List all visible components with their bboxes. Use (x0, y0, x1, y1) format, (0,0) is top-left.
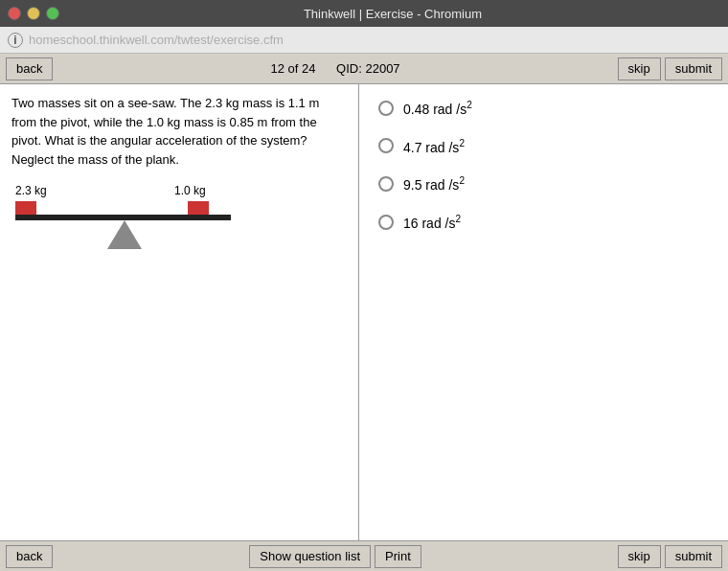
mass-left-label: 2.3 kg (15, 184, 47, 197)
back-button-top[interactable]: back (6, 57, 53, 80)
qid-text: QID: 22007 (336, 61, 400, 76)
question-text: Two masses sit on a see-saw. The 2.3 kg … (11, 94, 347, 169)
window-title: Thinkwell | Exercise - Chromium (65, 7, 720, 21)
info-icon: i (8, 33, 23, 48)
seesaw-diagram: 2.3 kg 1.0 kg (11, 184, 337, 270)
toolbar: back 12 of 24 QID: 22007 skip submit (0, 54, 728, 84)
answer-option-2[interactable]: 4.7 rad /s2 (378, 138, 709, 155)
left-panel: Two masses sit on a see-saw. The 2.3 kg … (0, 84, 359, 540)
url-path: /twtest/exercise.cfm (174, 33, 284, 47)
answer-text-4: 16 rad /s2 (403, 214, 461, 231)
bottombar: back Show question list Print skip submi… (0, 540, 728, 571)
radio-3[interactable] (378, 176, 394, 192)
addressbar: i homeschool.thinkwell.com/twtest/exerci… (0, 27, 728, 54)
bottombar-right: skip submit (618, 545, 722, 568)
skip-button-bottom[interactable]: skip (618, 545, 661, 568)
answer-option-3[interactable]: 9.5 rad /s2 (378, 175, 709, 193)
mass-right-label: 1.0 kg (174, 184, 206, 197)
print-button[interactable]: Print (375, 545, 421, 568)
progress-info: 12 of 24 QID: 22007 (58, 61, 611, 76)
bottombar-center: Show question list Print (58, 545, 611, 568)
maximize-button[interactable] (46, 7, 59, 20)
progress-text: 12 of 24 (270, 61, 315, 76)
submit-button-top[interactable]: submit (665, 57, 722, 80)
main-content: Two masses sit on a see-saw. The 2.3 kg … (0, 84, 728, 540)
answer-option-1[interactable]: 0.48 rad /s2 (378, 100, 709, 117)
skip-button-top[interactable]: skip (618, 57, 661, 80)
radio-2[interactable] (378, 138, 394, 153)
close-button[interactable] (8, 7, 21, 20)
answer-text-3: 9.5 rad /s2 (403, 175, 465, 193)
mass-block-left (15, 201, 36, 215)
back-button-bottom[interactable]: back (6, 545, 53, 568)
right-panel: 0.48 rad /s2 4.7 rad /s2 9.5 rad /s2 16 … (359, 84, 728, 540)
answer-option-4[interactable]: 16 rad /s2 (378, 214, 709, 231)
address-url[interactable]: homeschool.thinkwell.com/twtest/exercise… (29, 33, 284, 47)
titlebar: Thinkwell | Exercise - Chromium (0, 0, 728, 27)
answer-text-1: 0.48 rad /s2 (403, 100, 472, 117)
mass-block-right (188, 201, 209, 215)
url-base: homeschool.thinkwell.com (29, 33, 174, 47)
radio-4[interactable] (378, 215, 394, 230)
answer-text-2: 4.7 rad /s2 (403, 138, 465, 155)
radio-1[interactable] (378, 101, 394, 116)
show-question-list-button[interactable]: Show question list (249, 545, 371, 568)
pivot-triangle (107, 220, 142, 249)
minimize-button[interactable] (27, 7, 40, 20)
submit-button-bottom[interactable]: submit (665, 545, 722, 568)
toolbar-right: skip submit (618, 57, 722, 80)
